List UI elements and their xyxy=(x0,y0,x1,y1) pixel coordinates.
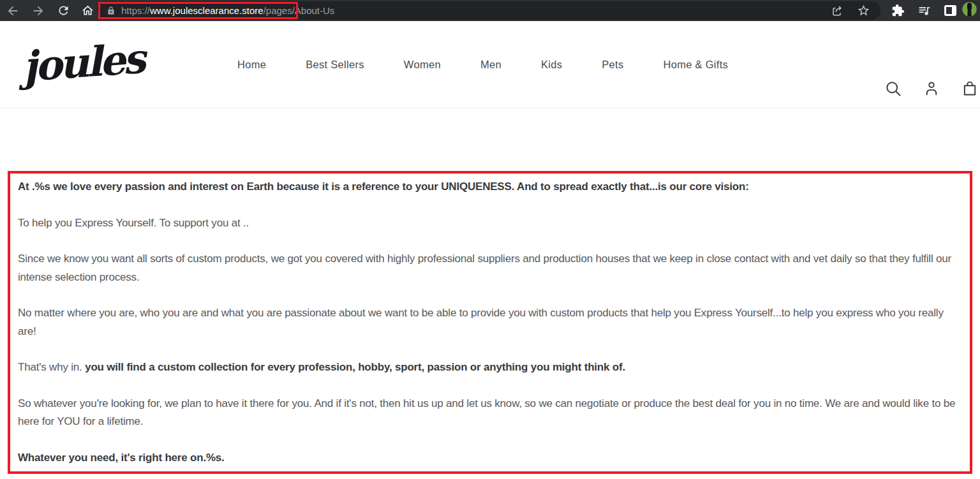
about-paragraph-3: Since we know you want all sorts of cust… xyxy=(18,250,963,286)
nav-item-home[interactable]: Home xyxy=(237,59,266,71)
nav-item-best-sellers[interactable]: Best Sellers xyxy=(306,59,364,71)
url-domain: www.joulesclearance.store xyxy=(150,5,264,16)
joules-logo[interactable]: joules xyxy=(21,34,145,91)
about-paragraph-1: At .%s we love every passion and interes… xyxy=(18,178,963,196)
share-icon[interactable] xyxy=(829,3,844,18)
address-bar[interactable]: https://www.joulesclearance.store/pages/… xyxy=(97,1,880,20)
about-paragraph-2: To help you Express Yourself. To support… xyxy=(18,214,963,233)
account-icon[interactable] xyxy=(922,79,941,98)
home-icon[interactable] xyxy=(80,3,95,18)
nav-item-men[interactable]: Men xyxy=(480,59,501,71)
about-paragraph-5-lead: That's why in. xyxy=(18,361,85,373)
url-path: /pages/About-Us xyxy=(264,5,335,16)
search-icon[interactable] xyxy=(884,79,903,98)
back-icon[interactable] xyxy=(5,3,20,18)
main-nav: Home Best Sellers Women Men Kids Pets Ho… xyxy=(237,21,728,108)
browser-toolbar: https://www.joulesclearance.store/pages/… xyxy=(0,0,980,21)
nav-item-women[interactable]: Women xyxy=(404,59,441,71)
about-paragraph-5: That's why in. you will find a custom co… xyxy=(18,358,963,377)
about-paragraph-7: Whatever you need, it's right here on.%s… xyxy=(18,449,963,468)
about-us-text-box: At .%s we love every passion and interes… xyxy=(8,171,972,474)
nav-item-kids[interactable]: Kids xyxy=(541,59,562,71)
about-paragraph-6: So whatever you're looking for, we plan … xyxy=(18,395,963,431)
lock-icon xyxy=(103,3,118,18)
bookmark-star-icon[interactable] xyxy=(856,3,871,18)
forward-icon[interactable] xyxy=(31,3,45,18)
nav-item-pets[interactable]: Pets xyxy=(602,59,623,71)
url-text[interactable]: https://www.joulesclearance.store/pages/… xyxy=(121,1,334,20)
about-paragraph-5-bold: you will find a custom collection for ev… xyxy=(85,361,625,373)
playlist-icon[interactable] xyxy=(917,3,932,18)
profile-avatar[interactable] xyxy=(962,2,977,17)
url-scheme: https:// xyxy=(121,5,150,16)
side-panel-icon[interactable] xyxy=(943,3,958,18)
extensions-puzzle-icon[interactable] xyxy=(891,3,905,18)
reload-icon[interactable] xyxy=(56,3,71,18)
site-header: joules Home Best Sellers Women Men Kids … xyxy=(0,21,980,108)
nav-item-home-gifts[interactable]: Home & Gifts xyxy=(663,59,728,71)
cart-bag-icon[interactable] xyxy=(960,79,979,98)
about-paragraph-4: No matter where you are, who you are and… xyxy=(18,304,963,341)
